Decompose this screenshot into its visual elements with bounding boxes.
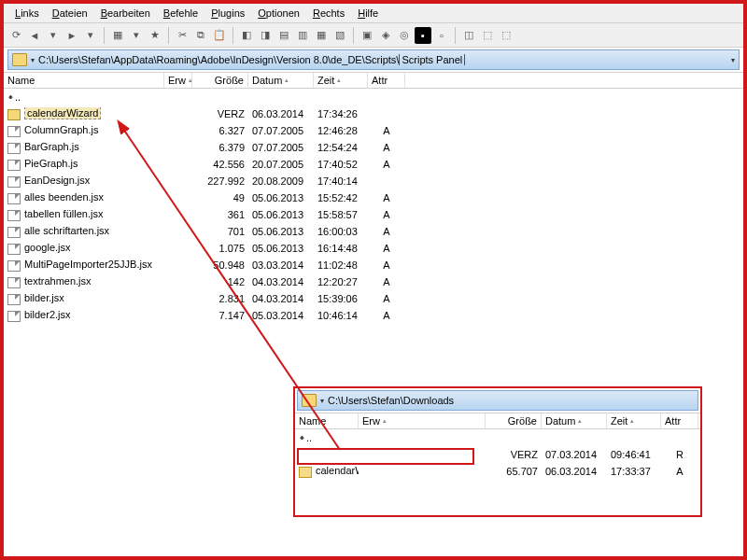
file-icon <box>7 193 21 204</box>
column-headers-2: Name Erw▴ Größe Datum▴ Zeit▴ Attr <box>295 413 700 429</box>
path-text-2: C:\Users\Stefan\Downloads <box>328 395 694 406</box>
file-row[interactable]: bilder2.jsx7.14705.03.201410:46:14A <box>4 307 743 324</box>
forward-icon[interactable]: ► <box>63 27 80 44</box>
tb-icon-i[interactable]: ◎ <box>396 27 413 44</box>
col-name[interactable]: Name <box>4 73 164 88</box>
folder-icon <box>12 53 27 66</box>
tb-icon-j[interactable]: ▪ <box>415 27 431 44</box>
file-row[interactable]: tabellen füllen.jsx36105.06.201315:58:57… <box>4 206 743 223</box>
col-name[interactable]: Name <box>295 413 359 428</box>
file-row[interactable]: bilder.jsx2.83104.03.201415:39:06A <box>4 290 743 307</box>
tb-icon-n[interactable]: ⬚ <box>498 27 514 44</box>
back-icon[interactable]: ◄ <box>26 27 43 44</box>
tb-icon-b[interactable]: ◨ <box>257 27 274 44</box>
file-icon <box>7 227 21 238</box>
parent-dir-row[interactable]: 🠹.. <box>295 429 700 446</box>
address-bar-2[interactable]: ▾ C:\Users\Stefan\Downloads <box>297 390 698 411</box>
file-icon <box>7 126 21 137</box>
up-icon: 🠹 <box>299 432 304 443</box>
col-attr[interactable]: Attr <box>661 413 698 428</box>
file-icon <box>7 244 21 255</box>
menu-item[interactable]: Links <box>9 6 45 21</box>
col-date[interactable]: Datum▴ <box>542 413 607 428</box>
copy-icon[interactable]: ⧉ <box>192 27 209 44</box>
file-icon <box>7 143 21 154</box>
path-text: C:\Users\Stefan\AppData\Roaming\Adobe\In… <box>38 54 727 65</box>
col-attr[interactable]: Attr <box>368 73 405 88</box>
file-row[interactable]: google.jsx1.07505.06.201316:14:48A <box>4 240 743 257</box>
up-icon: 🠹 <box>7 91 13 103</box>
drop3-icon[interactable]: ▾ <box>128 27 145 44</box>
zip-icon <box>299 467 312 478</box>
file-icon <box>7 294 21 305</box>
toolbar: ⟳ ◄ ▾ ► ▾ ▦ ▾ ★ ✂ ⧉ 📋 ◧ ◨ ▤ ▥ ▦ ▧ ▣ ◈ ◎ … <box>4 23 743 48</box>
column-headers: Name Erw▴ Größe Datum▴ Zeit▴ Attr <box>4 72 743 89</box>
col-ext[interactable]: Erw▴ <box>164 73 192 88</box>
dropdown-icon[interactable]: ▾ <box>731 56 735 64</box>
file-row[interactable]: VERZ07.03.201409:46:41R <box>295 446 700 463</box>
file-row[interactable]: ColumnGraph.js6.32707.07.200512:46:28A <box>4 122 743 139</box>
file-icon <box>7 277 21 288</box>
col-time[interactable]: Zeit▴ <box>607 413 661 428</box>
file-row[interactable]: EanDesign.jsx227.99220.08.200917:40:14 <box>4 173 743 189</box>
tb-icon-e[interactable]: ▦ <box>313 27 330 44</box>
col-size[interactable]: Größe <box>486 413 542 428</box>
dropdown-icon[interactable]: ▾ <box>45 27 62 44</box>
tb-icon-d[interactable]: ▥ <box>294 27 311 44</box>
folder-icon <box>302 394 317 407</box>
file-icon <box>7 260 21 272</box>
file-icon <box>7 210 21 221</box>
tb-icon-h[interactable]: ◈ <box>377 27 394 44</box>
file-icon <box>7 176 21 188</box>
col-ext[interactable]: Erw▴ <box>359 413 486 428</box>
paste-icon[interactable]: 📋 <box>211 27 228 44</box>
dropdown2-icon[interactable]: ▾ <box>82 27 99 44</box>
menu-item[interactable]: Bearbeiten <box>95 6 156 21</box>
file-row[interactable]: MultiPageImporter25JJB.jsx50.94803.03.20… <box>4 257 743 273</box>
menu-item[interactable]: Hilfe <box>352 6 384 21</box>
parent-dir-row[interactable]: 🠹.. <box>4 89 743 105</box>
address-bar[interactable]: ▾ C:\Users\Stefan\AppData\Roaming\Adobe\… <box>7 49 740 70</box>
col-size[interactable]: Größe <box>192 73 248 88</box>
tb-icon-l[interactable]: ◫ <box>460 27 477 44</box>
tb-icon-k[interactable]: ▫ <box>433 27 450 44</box>
tb-icon-c[interactable]: ▤ <box>275 27 292 44</box>
col-date[interactable]: Datum▴ <box>248 73 314 88</box>
secondary-panel: ▾ C:\Users\Stefan\Downloads Name Erw▴ Gr… <box>293 386 702 517</box>
file-row[interactable]: textrahmen.jsx14204.03.201412:20:27A <box>4 273 743 290</box>
col-time[interactable]: Zeit▴ <box>314 73 368 88</box>
tb-icon-f[interactable]: ▧ <box>331 27 348 44</box>
tb-icon-m[interactable]: ⬚ <box>479 27 496 44</box>
file-row[interactable]: calendarWizard.3.14.31.zip65.70706.03.20… <box>295 463 700 480</box>
menu-bar: LinksDateienBearbeitenBefehlePluginsOpti… <box>4 4 743 23</box>
tb-icon-g[interactable]: ▣ <box>359 27 375 44</box>
menu-item[interactable]: Dateien <box>47 6 93 21</box>
file-icon <box>7 160 21 171</box>
file-row[interactable]: calendarWizardVERZ06.03.201417:34:26 <box>4 105 743 122</box>
folder-icon <box>7 109 21 120</box>
file-list: 🠹..calendarWizardVERZ06.03.201417:34:26C… <box>4 89 743 324</box>
tb-icon-a[interactable]: ◧ <box>238 27 255 44</box>
dropdown-icon[interactable]: ▾ <box>320 397 324 405</box>
cut-icon[interactable]: ✂ <box>174 27 190 44</box>
file-list-2: 🠹..VERZ07.03.201409:46:41RcalendarWizard… <box>295 429 700 480</box>
file-icon <box>7 311 21 322</box>
file-row[interactable]: PieGraph.js42.55620.07.200517:40:52A <box>4 156 743 173</box>
menu-item[interactable]: Rechts <box>307 6 350 21</box>
file-row[interactable]: alles beenden.jsx4905.06.201315:52:42A <box>4 189 743 206</box>
file-row[interactable]: BarGraph.js6.37907.07.200512:54:24A <box>4 139 743 156</box>
refresh-icon[interactable]: ⟳ <box>7 27 24 44</box>
file-row[interactable]: alle schriftarten.jsx70105.06.201316:00:… <box>4 223 743 240</box>
dropdown-icon[interactable]: ▾ <box>31 56 35 64</box>
star-icon[interactable]: ★ <box>147 27 163 44</box>
menu-item[interactable]: Befehle <box>158 6 204 21</box>
menu-item[interactable]: Plugins <box>205 6 250 21</box>
menu-item[interactable]: Optionen <box>252 6 305 21</box>
grid-icon[interactable]: ▦ <box>109 27 126 44</box>
